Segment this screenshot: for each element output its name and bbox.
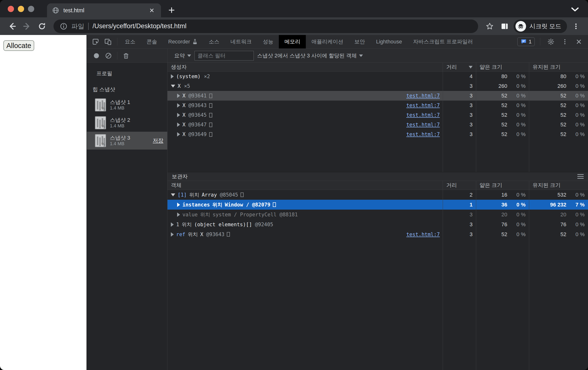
source-link[interactable]: test.html:7	[406, 231, 440, 237]
col-shallow-size[interactable]: 얕은 크기	[476, 181, 529, 190]
snapshot-item-3[interactable]: 스냅샷 3 1.4 MB 저장	[87, 132, 167, 150]
col-shallow-size[interactable]: 얕은 크기	[476, 63, 529, 71]
back-button[interactable]	[6, 20, 18, 33]
collapse-arrow-icon[interactable]	[171, 194, 175, 196]
object-row-93643[interactable]: X@93643test.html:7 3 520 % 520 %	[168, 101, 588, 110]
class-filter-input[interactable]	[194, 51, 254, 61]
expand-arrow-icon[interactable]	[177, 103, 180, 108]
retainer-row-ref[interactable]: ref위치X@93643test.html:7 3 520 % 520 %	[168, 229, 588, 239]
save-snapshot-link[interactable]: 저장	[153, 137, 163, 144]
retainer-row-object-elements[interactable]: 1위치(object elements)[]@92405 3 760 % 760…	[168, 219, 588, 229]
source-link[interactable]: test.html:7	[406, 131, 440, 137]
snapshot-icon	[95, 98, 106, 111]
experiment-flask-icon	[192, 39, 198, 45]
object-box-glyph	[227, 232, 230, 237]
zoom-window-button[interactable]	[28, 6, 34, 12]
inspect-element-icon[interactable]	[91, 36, 101, 47]
perspective-select[interactable]: 요약	[174, 52, 191, 59]
toolbar-divider	[117, 38, 117, 46]
source-link[interactable]: test.html:7	[406, 112, 440, 118]
snapshot-item-1[interactable]: 스냅샷 1 1.4 MB	[87, 96, 167, 114]
reload-button[interactable]	[36, 20, 48, 33]
incognito-badge[interactable]: 시크릿 모드	[513, 19, 567, 33]
toolbar-divider	[117, 52, 117, 60]
forward-button[interactable]	[21, 20, 33, 33]
expand-arrow-icon[interactable]	[177, 122, 180, 127]
col-object[interactable]: 객체	[168, 181, 443, 190]
device-toolbar-icon[interactable]	[103, 36, 113, 47]
snapshot-item-2[interactable]: 스냅샷 2 1.4 MB	[87, 114, 167, 132]
object-row-93645[interactable]: X@93645test.html:7 3 520 % 520 %	[168, 110, 588, 120]
devtools-close-icon[interactable]	[574, 36, 584, 47]
source-link[interactable]: test.html:7	[406, 93, 440, 99]
allocate-button[interactable]: Allocate	[3, 40, 34, 51]
chevron-down-icon	[187, 54, 191, 57]
tab-security[interactable]: 보안	[349, 35, 370, 48]
address-bar[interactable]: 파일 /Users/yceffort/Desktop/test.html	[53, 20, 478, 33]
col-retained-size[interactable]: 유지된 크기	[529, 181, 588, 190]
devtools-menu-kebab-icon[interactable]	[560, 36, 570, 47]
expand-arrow-icon[interactable]	[171, 232, 174, 237]
issues-count: 1	[529, 39, 532, 45]
object-row-93641[interactable]: X@93641test.html:7 3 520 % 520 %	[168, 91, 588, 101]
issues-button[interactable]: 1	[517, 37, 535, 46]
omnibox-divider	[88, 23, 89, 30]
close-window-button[interactable]	[8, 6, 14, 12]
allocation-baseline-select[interactable]: 스냅샷 2에서 스냅샷 3 사이에 할당된 객체	[257, 52, 363, 59]
tab-js-profiler[interactable]: 자바스크립트 프로파일러	[408, 35, 478, 48]
expand-arrow-icon[interactable]	[171, 222, 174, 227]
retainer-row-array[interactable]: [1]위치Array@85045 2 160 % 5320 %	[168, 190, 588, 200]
object-row-93649[interactable]: X@93649test.html:7 3 520 % 520 %	[168, 130, 588, 139]
constructor-row-system[interactable]: (system)×2 4 800 % 800 %	[168, 72, 588, 81]
browser-window: test.html 파일 /Users/yceffort/Desktop/tes…	[0, 0, 588, 370]
expand-arrow-icon[interactable]	[171, 74, 174, 79]
globe-favicon-icon	[52, 7, 60, 14]
tab-search-chevron-icon[interactable]	[570, 6, 580, 13]
expand-arrow-icon[interactable]	[177, 203, 180, 207]
tab-application[interactable]: 애플리케이션	[306, 35, 349, 48]
clear-profiles-icon[interactable]	[103, 50, 114, 61]
minimize-window-button[interactable]	[18, 6, 24, 12]
tab-close-icon[interactable]	[147, 6, 156, 15]
incognito-icon	[515, 21, 526, 32]
snapshot-name: 스냅샷 3	[110, 135, 130, 141]
constructor-row-x[interactable]: X×5 3 2600 % 2600 %	[168, 81, 588, 91]
object-box-glyph	[241, 193, 244, 197]
retainers-menu-icon[interactable]	[578, 174, 584, 179]
source-link[interactable]: test.html:7	[406, 102, 440, 108]
source-link[interactable]: test.html:7	[406, 122, 440, 128]
web-page: Allocate	[0, 35, 86, 370]
browser-tab[interactable]: test.html	[47, 3, 161, 17]
settings-gear-icon[interactable]	[546, 36, 556, 47]
col-constructor[interactable]: 생성자	[168, 63, 443, 71]
retainer-row-propertycell[interactable]: value위치system / PropertyCell@88181 3 200…	[168, 210, 588, 219]
expand-arrow-icon[interactable]	[177, 94, 180, 98]
tab-sources[interactable]: 소스	[203, 35, 225, 48]
record-heap-snapshot-icon[interactable]	[91, 50, 102, 61]
tab-console[interactable]: 콘솔	[141, 35, 163, 48]
tab-memory[interactable]: 메모리	[279, 35, 306, 48]
new-tab-button[interactable]	[165, 4, 178, 16]
tab-elements[interactable]: 요소	[119, 35, 141, 48]
retainer-row-window-selected[interactable]: instances위치Window /@82079 1 360 % 96 232…	[168, 200, 588, 210]
bookmark-star-icon[interactable]	[483, 20, 496, 33]
col-distance[interactable]: 거리	[443, 181, 476, 190]
incognito-label: 시크릿 모드	[529, 22, 561, 30]
browser-menu-kebab-icon[interactable]	[570, 20, 582, 33]
expand-arrow-icon[interactable]	[177, 213, 180, 217]
page-info-icon[interactable]	[60, 22, 67, 30]
tab-performance[interactable]: 성능	[257, 35, 279, 48]
col-distance[interactable]: 거리	[443, 63, 476, 71]
tab-network[interactable]: 네트워크	[225, 35, 257, 48]
collapse-arrow-icon[interactable]	[171, 85, 175, 87]
tab-lighthouse[interactable]: Lighthouse	[370, 35, 408, 48]
object-box-glyph	[209, 122, 212, 127]
object-row-93647[interactable]: X@93647test.html:7 3 520 % 520 %	[168, 120, 588, 130]
side-panel-icon[interactable]	[498, 20, 511, 33]
col-retained-size[interactable]: 유지된 크기	[529, 63, 588, 71]
expand-arrow-icon[interactable]	[177, 132, 180, 137]
devtools-tabbar: 요소 콘솔 Recorder 소스 네트워크 성능 메모리 애플리케이션 보안 …	[87, 35, 588, 49]
tab-recorder[interactable]: Recorder	[163, 35, 203, 48]
delete-trash-icon[interactable]	[121, 50, 131, 61]
expand-arrow-icon[interactable]	[177, 113, 180, 117]
